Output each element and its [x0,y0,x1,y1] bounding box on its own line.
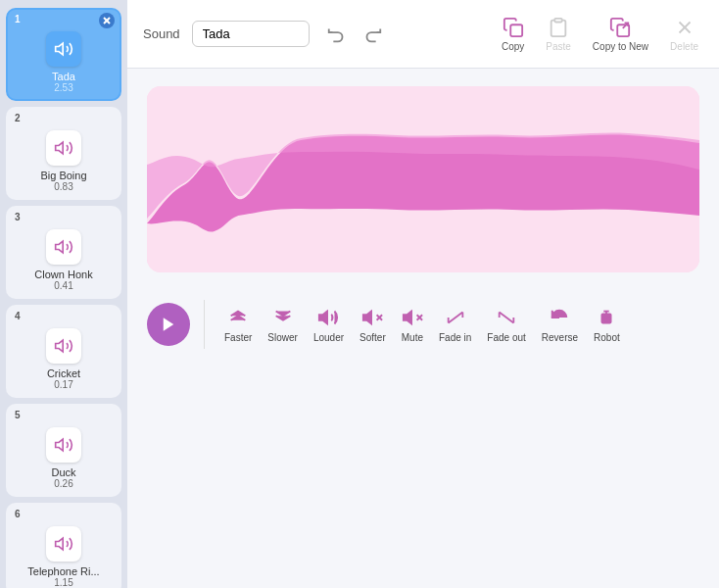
paste-button[interactable]: Paste [541,12,576,57]
fade-in-label: Fade in [439,332,471,343]
delete-button[interactable]: Delete [665,12,703,57]
svg-marker-3 [56,142,63,154]
item-duration-4: 0.17 [54,379,72,390]
item-number-3: 3 [15,212,21,222]
delete-item-1-button[interactable] [99,13,115,28]
redo-button[interactable] [357,19,388,50]
svg-marker-21 [404,311,411,323]
svg-point-34 [608,318,610,319]
svg-marker-2 [56,43,63,55]
speaker-icon-5 [46,427,81,463]
main-panel: Sound Copy Paste [127,0,719,588]
svg-point-33 [603,318,605,319]
fade-in-icon [445,307,466,328]
svg-marker-18 [363,311,371,323]
fade-in-button[interactable]: Fade in [433,303,477,347]
louder-icon [317,307,339,328]
svg-marker-17 [319,311,327,323]
effects-group: FasterSlowerLouderSofterMuteFade inFade … [218,303,626,347]
speaker-icon-4 [46,328,81,364]
play-button[interactable] [147,303,190,346]
robot-label: Robot [594,332,620,343]
item-name-3: Clown Honk [34,269,92,280]
undo-redo-group [321,19,388,50]
svg-marker-6 [56,439,63,451]
item-name-2: Big Boing [40,170,86,181]
sidebar-item-2[interactable]: 2 Big Boing0.83 [6,107,121,200]
speaker-icon-3 [46,229,81,265]
delete-label: Delete [670,41,698,52]
reverse-label: Reverse [542,332,578,343]
softer-label: Softer [360,332,386,343]
controls-divider [204,300,205,349]
slower-button[interactable]: Slower [262,303,304,347]
svg-marker-7 [56,538,63,550]
item-name-1: Tada [52,71,75,82]
robot-button[interactable]: Robot [588,303,626,347]
svg-line-24 [448,312,462,322]
item-duration-3: 0.41 [54,280,72,291]
slower-label: Slower [267,332,298,343]
svg-rect-10 [554,18,561,22]
svg-marker-5 [56,340,63,352]
item-duration-1: 2.53 [54,82,72,93]
louder-label: Louder [313,332,344,343]
item-number-1: 1 [15,14,21,24]
softer-button[interactable]: Softer [354,303,392,347]
item-number-6: 6 [15,509,21,519]
item-duration-2: 0.83 [54,181,72,192]
sidebar-item-1[interactable]: 1 Tada2.53 [6,8,121,101]
sidebar-item-5[interactable]: 5 Duck0.26 [6,404,121,497]
sidebar-item-6[interactable]: 6 Telephone Ri...1.15 [6,503,121,588]
reverse-button[interactable]: Reverse [536,303,584,347]
sound-name-input[interactable] [192,21,310,47]
undo-button[interactable] [321,19,353,50]
paste-label: Paste [546,41,571,52]
robot-icon [596,307,617,328]
faster-button[interactable]: Faster [218,303,258,347]
toolbar: Sound Copy Paste [127,0,719,69]
mute-icon [402,307,423,328]
copy-to-new-label: Copy to New [593,41,648,52]
copy-button[interactable]: Copy [497,12,529,57]
fade-out-icon [496,307,517,328]
item-number-5: 5 [15,410,21,420]
item-name-4: Cricket [47,368,80,379]
faster-icon [227,307,249,328]
reverse-icon [549,307,570,328]
sound-label: Sound [143,26,180,41]
copy-label: Copy [502,41,524,52]
copy-to-new-button[interactable]: Copy to New [588,12,653,57]
item-name-6: Telephone Ri... [27,565,99,577]
item-number-2: 2 [15,113,21,123]
faster-label: Faster [224,332,252,343]
item-duration-6: 1.15 [54,577,72,588]
sidebar-item-4[interactable]: 4 Cricket0.17 [6,305,121,398]
item-name-5: Duck [51,466,75,478]
speaker-icon-6 [46,526,81,562]
mute-label: Mute [402,332,423,343]
svg-marker-4 [56,241,63,253]
louder-button[interactable]: Louder [308,303,350,347]
waveform-display [147,86,699,272]
slower-icon [272,307,294,328]
svg-line-27 [500,312,514,322]
sidebar-item-3[interactable]: 3 Clown Honk0.41 [6,206,121,299]
sidebar: 1 Tada2.532 Big Boing0.833 Clown Honk0.4… [0,0,127,588]
svg-rect-9 [510,24,522,36]
fade-out-button[interactable]: Fade out [481,303,531,347]
playback-controls: FasterSlowerLouderSofterMuteFade inFade … [127,290,719,359]
softer-icon [361,307,383,328]
speaker-icon-2 [46,130,81,166]
fade-out-label: Fade out [487,332,525,343]
mute-button[interactable]: Mute [396,303,429,347]
item-number-4: 4 [15,311,21,321]
item-duration-5: 0.26 [54,478,72,489]
speaker-icon-1 [46,31,81,67]
svg-marker-16 [164,318,174,331]
